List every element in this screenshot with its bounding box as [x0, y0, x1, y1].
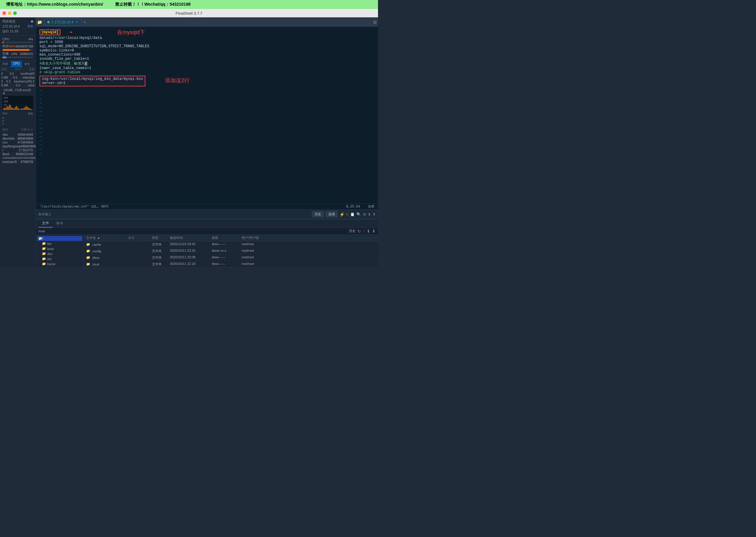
- list-item: 00.3ksoftirqd/0: [0, 72, 36, 76]
- status-file-info: "/usr/local/mysql/my.cnf" 12L, 307C: [39, 204, 109, 208]
- status-position: 8,35-24 全部: [346, 204, 374, 209]
- folder-icon: 📁: [86, 262, 90, 266]
- swap-detail: 288M/2G: [20, 52, 33, 56]
- tree-item-boot[interactable]: 📁 boot: [37, 246, 82, 251]
- upload-icon[interactable]: ⬆: [373, 212, 376, 217]
- tilde-lines: ~~~~~ ~~~~~ ~~~~~ ~: [39, 89, 374, 156]
- download-file-icon[interactable]: ⬇: [372, 229, 376, 233]
- tab-cpu[interactable]: CPU: [11, 61, 22, 67]
- upload-file-icon[interactable]: ⬆: [367, 229, 370, 233]
- tab-memory[interactable]: 内存: [0, 61, 11, 67]
- tab-command[interactable]: 命令: [22, 61, 33, 67]
- tab-commands[interactable]: 命令: [53, 220, 67, 227]
- add-tab-button[interactable]: +: [83, 20, 86, 25]
- process-header: 内存 CPU 名称: [0, 67, 36, 72]
- copy-button[interactable]: 复制: [27, 24, 33, 28]
- home-folder-icon: 📁: [42, 262, 46, 266]
- app-body: 同步状态 172.20.10.4 复制 运行 11:18 CPU 4% 内存 8…: [0, 17, 378, 267]
- net-graph: 20K 14K 7K: [2, 96, 33, 111]
- history-button[interactable]: 历史: [312, 211, 324, 217]
- tree-item-dev[interactable]: 📁 dev: [37, 251, 82, 256]
- net-bar: [21, 108, 22, 110]
- copy-icon[interactable]: ⎘: [346, 212, 348, 217]
- settings-icon[interactable]: ⚙: [363, 212, 366, 217]
- title-bar: FinalShell 3.7.7: [0, 9, 378, 17]
- process-tabs: 内存 CPU 命令: [0, 61, 36, 67]
- tree-item-bin[interactable]: 📁 bin: [37, 241, 82, 246]
- list-item[interactable]: 📁 .cache 文件夹 2020/11/19 18:42 drwx------…: [84, 241, 378, 248]
- net-bar: [27, 107, 28, 110]
- status-bar: "/usr/local/mysql/my.cnf" 12L, 307C 8,35…: [36, 203, 378, 209]
- tree-item-label: home: [47, 262, 56, 266]
- disk-header: 路径可用/大小: [2, 128, 33, 132]
- net-bar: [4, 107, 5, 110]
- cmd-input[interactable]: [54, 212, 312, 217]
- grid-view-icon[interactable]: ⊞: [373, 20, 377, 24]
- annotation-add2: 添加这2行: [165, 77, 189, 84]
- col-header-owner: 用户/用户组: [242, 236, 272, 240]
- list-item: /run/user/097M/97M: [2, 160, 33, 164]
- tree-item-label: bin: [47, 242, 52, 245]
- net-bar: [14, 108, 15, 110]
- tab-files[interactable]: 文件: [38, 220, 53, 227]
- mem-detail: 855M/972M: [16, 45, 33, 48]
- sidebar: 同步状态 172.20.10.4 复制 运行 11:18 CPU 4% 内存 8…: [0, 17, 36, 267]
- list-item: /sys/fs/cgroup486M/486M: [2, 145, 33, 148]
- swap-progress: [2, 57, 33, 58]
- folder-icon: 📁: [86, 256, 90, 260]
- terminal-line-logbin: log-bin=/usr/local/mysql/log_bin_data/my…: [42, 77, 143, 81]
- up-dir-icon[interactable]: ↑: [363, 229, 365, 233]
- refresh-icon[interactable]: ↻: [357, 229, 361, 233]
- arrow-right-icon: ➜: [69, 29, 72, 35]
- cmd-label: 命令输入: [38, 212, 52, 217]
- list-item: /run/media/mac/CentOS0/4.5G: [2, 156, 33, 160]
- download-icon[interactable]: ⬇: [368, 212, 371, 217]
- folder-icon: 📁: [86, 249, 90, 253]
- list-item[interactable]: 📁 .mozilla 文件夹 2020/10/11 22:28 drwx----…: [84, 268, 378, 268]
- swap-value: 14%: [11, 52, 18, 56]
- close-button[interactable]: [2, 11, 6, 15]
- list-item[interactable]: 📁 .config 文件夹 2020/10/11 22:32 drwxr-xr-…: [84, 248, 378, 255]
- net-bar: [5, 108, 6, 110]
- lightning-icon[interactable]: ⚡: [339, 212, 345, 217]
- search-icon[interactable]: 🔍: [357, 212, 361, 217]
- net-label: ↑1014B ↓712B ens33 ▼: [2, 89, 33, 95]
- cpu-label: CPU: [2, 37, 9, 41]
- net-bar: [8, 107, 9, 110]
- list-item[interactable]: 📁 .dbus 文件夹 2020/10/11 22:08 drwx------ …: [84, 255, 378, 261]
- swap-bar: [2, 57, 7, 58]
- net-bar: [29, 108, 30, 110]
- mysqld-label: [mysqld]: [39, 29, 61, 35]
- tree-root[interactable]: 📁 /: [37, 236, 82, 241]
- net-bar: [10, 105, 11, 110]
- paste-icon[interactable]: 📋: [350, 212, 355, 217]
- col-header-date: 修改时间: [170, 236, 212, 240]
- session-tab[interactable]: 1 172.20.10.4 ✕: [44, 19, 81, 26]
- current-path: /root: [38, 229, 347, 233]
- history-path-label: 历史: [349, 229, 356, 233]
- list-item[interactable]: 📁 .local 文件夹 2020/10/11 22:18 drwx------…: [84, 261, 378, 268]
- app-title: FinalShell 3.7.7: [176, 11, 202, 16]
- tree-item-etc[interactable]: 📁 etc: [37, 256, 82, 261]
- tab-close-button[interactable]: ✕: [76, 20, 78, 23]
- list-item: /17.5G/27G: [2, 148, 33, 152]
- col-header-name: 文件名 ▲: [86, 236, 128, 240]
- maximize-button[interactable]: [13, 11, 17, 15]
- terminal-line: port = 3306: [39, 40, 374, 44]
- mem-label: 内存: [2, 44, 9, 48]
- sync-label: 同步状态: [2, 19, 16, 23]
- mem-value: 88%: [9, 45, 16, 48]
- mem-bar: [2, 49, 30, 51]
- options-button[interactable]: 选项: [326, 211, 338, 217]
- terminal-highlight-block: log-bin=/usr/local/mysql/log_bin_data/my…: [39, 76, 374, 86]
- tree-item-label: boot: [47, 247, 54, 251]
- tree-item-label: dev: [47, 252, 53, 256]
- net-bar: [20, 109, 21, 110]
- tree-item-home[interactable]: 📁 home: [37, 261, 82, 267]
- list-item: 00.3kworker/u256:2: [0, 80, 36, 83]
- list-item: 1.6M0.3vmtoolsd: [0, 76, 36, 80]
- net-bar: [17, 107, 18, 110]
- terminal[interactable]: [mysqld] ➜ 在mysqld下 datadir=/usr/local/m…: [36, 27, 378, 203]
- minimize-button[interactable]: [8, 11, 11, 15]
- folder-icon[interactable]: 📁: [37, 20, 42, 24]
